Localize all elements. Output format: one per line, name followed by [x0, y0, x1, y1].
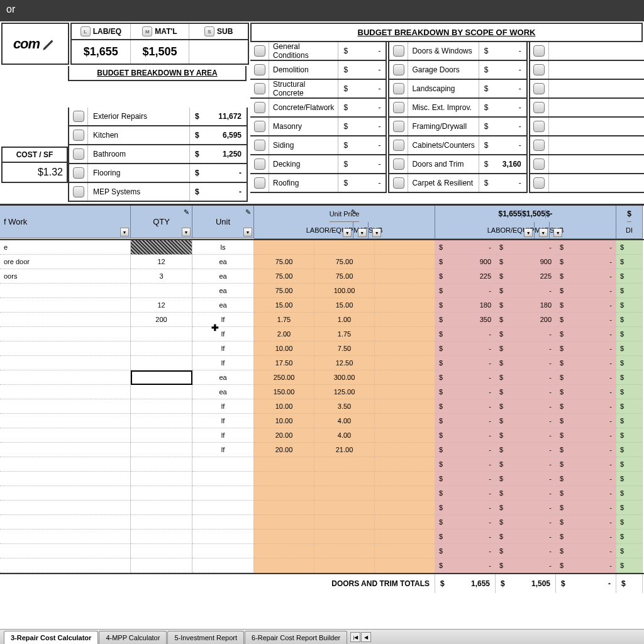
- cell-mat-price[interactable]: [314, 240, 375, 255]
- cell-labor-price[interactable]: [254, 515, 314, 530]
- cell-qty[interactable]: [131, 341, 192, 356]
- cell-qty[interactable]: [131, 501, 192, 515]
- cell-qty[interactable]: 3: [131, 269, 192, 284]
- cell-desc[interactable]: [0, 284, 131, 298]
- filter-dropdown-icon[interactable]: ▼: [372, 228, 381, 237]
- cell-desc[interactable]: [0, 530, 131, 544]
- cell-sub-price[interactable]: [375, 327, 435, 341]
- cell-qty[interactable]: [131, 370, 192, 385]
- filter-dropdown-icon[interactable]: ▼: [539, 228, 548, 237]
- cell-sub-price[interactable]: [375, 515, 435, 530]
- cell-labor-price[interactable]: [254, 558, 314, 573]
- filter-dropdown-icon[interactable]: ▼: [553, 228, 562, 237]
- checkbox[interactable]: [73, 167, 84, 179]
- cell-mat-price[interactable]: 4.00: [314, 414, 375, 428]
- cell-qty[interactable]: 200: [131, 313, 192, 327]
- cell-labor-price[interactable]: 10.00: [254, 399, 314, 414]
- cell-mat-price[interactable]: 1.00: [314, 313, 375, 327]
- cell-desc[interactable]: [0, 298, 131, 313]
- cell-labor-price[interactable]: [254, 501, 314, 515]
- cell-qty[interactable]: [131, 284, 192, 298]
- cell-mat-price[interactable]: 1.75: [314, 327, 375, 341]
- cell-mat-price[interactable]: 125.00: [314, 385, 375, 399]
- cell-qty[interactable]: [131, 544, 192, 558]
- cell-qty[interactable]: [131, 240, 192, 255]
- checkbox[interactable]: [533, 102, 545, 113]
- cell-unit[interactable]: lf: [192, 428, 254, 443]
- cell-qty[interactable]: [131, 443, 192, 457]
- checkbox[interactable]: [533, 83, 545, 94]
- cell-qty[interactable]: [131, 385, 192, 399]
- header-work[interactable]: f Work▼: [0, 206, 131, 238]
- cell-unit[interactable]: ea: [192, 370, 254, 385]
- cell-mat-price[interactable]: [314, 472, 375, 486]
- cell-qty[interactable]: [131, 457, 192, 472]
- cell-desc[interactable]: [0, 472, 131, 486]
- tab-nav-first-icon[interactable]: |◀: [350, 632, 360, 642]
- cell-labor-price[interactable]: 15.00: [254, 298, 314, 313]
- cell-labor-price[interactable]: 1.75: [254, 313, 314, 327]
- cell-qty[interactable]: [131, 558, 192, 573]
- cell-unit[interactable]: ls: [192, 240, 254, 255]
- cell-unit[interactable]: lf: [192, 327, 254, 341]
- cell-sub-price[interactable]: [375, 501, 435, 515]
- cell-mat-price[interactable]: 12.50: [314, 356, 375, 370]
- checkbox[interactable]: [393, 83, 404, 94]
- cell-mat-price[interactable]: [314, 457, 375, 472]
- header-labor[interactable]: LABOR/EQUIP▼: [306, 222, 354, 238]
- cell-mat-price[interactable]: [314, 558, 375, 573]
- cell-desc[interactable]: [0, 558, 131, 573]
- filter-dropdown-icon[interactable]: ▼: [358, 228, 367, 237]
- cell-mat-price[interactable]: 3.50: [314, 399, 375, 414]
- cell-desc[interactable]: [0, 443, 131, 457]
- cell-labor-price[interactable]: 75.00: [254, 269, 314, 284]
- cell-desc[interactable]: [0, 399, 131, 414]
- sheet-tab[interactable]: 5-Investment Report: [167, 631, 244, 644]
- checkbox[interactable]: [533, 177, 545, 189]
- tab-nav-prev-icon[interactable]: ◀: [361, 632, 371, 642]
- cell-desc[interactable]: [0, 544, 131, 558]
- cell-unit[interactable]: [192, 486, 254, 501]
- cell-sub-price[interactable]: [375, 530, 435, 544]
- cell-desc[interactable]: [0, 414, 131, 428]
- cell-labor-price[interactable]: 150.00: [254, 385, 314, 399]
- checkbox[interactable]: [393, 121, 404, 132]
- cell-unit[interactable]: [192, 472, 254, 486]
- cell-unit[interactable]: lf: [192, 356, 254, 370]
- filter-dropdown-icon[interactable]: ▼: [120, 228, 129, 236]
- checkbox[interactable]: [73, 130, 84, 141]
- checkbox[interactable]: [393, 45, 404, 57]
- checkbox[interactable]: [533, 45, 545, 57]
- checkbox[interactable]: [254, 45, 265, 57]
- cell-unit[interactable]: lf: [192, 443, 254, 457]
- header-qty[interactable]: ✎QTY▼: [131, 206, 192, 238]
- cell-desc[interactable]: e: [0, 240, 131, 255]
- cell-mat-price[interactable]: 15.00: [314, 298, 375, 313]
- cell-desc[interactable]: [0, 501, 131, 515]
- filter-dropdown-icon[interactable]: ▼: [343, 228, 352, 237]
- header-mat2[interactable]: MAT▼: [535, 222, 549, 238]
- cell-sub-price[interactable]: [375, 341, 435, 356]
- sheet-tab[interactable]: 4-MPP Calculator: [99, 631, 167, 644]
- cell-mat-price[interactable]: 7.50: [314, 341, 375, 356]
- cell-mat-price[interactable]: [314, 501, 375, 515]
- checkbox[interactable]: [533, 158, 545, 170]
- cell-qty[interactable]: [131, 530, 192, 544]
- cell-labor-price[interactable]: 2.00: [254, 327, 314, 341]
- cell-sub-price[interactable]: [375, 472, 435, 486]
- cell-sub-price[interactable]: [375, 544, 435, 558]
- cell-unit[interactable]: ea: [192, 269, 254, 284]
- cell-sub-price[interactable]: [375, 269, 435, 284]
- checkbox[interactable]: [393, 158, 404, 170]
- cell-labor-price[interactable]: [254, 530, 314, 544]
- cell-labor-price[interactable]: 250.00: [254, 370, 314, 385]
- header-sub[interactable]: SUB▼: [369, 222, 383, 238]
- cell-sub-price[interactable]: [375, 414, 435, 428]
- cell-labor-price[interactable]: [254, 240, 314, 255]
- cell-desc[interactable]: ore door: [0, 255, 131, 269]
- cell-sub-price[interactable]: [375, 298, 435, 313]
- cell-desc[interactable]: [0, 457, 131, 472]
- cell-sub-price[interactable]: [375, 457, 435, 472]
- cell-qty[interactable]: 12: [131, 298, 192, 313]
- checkbox[interactable]: [254, 140, 265, 151]
